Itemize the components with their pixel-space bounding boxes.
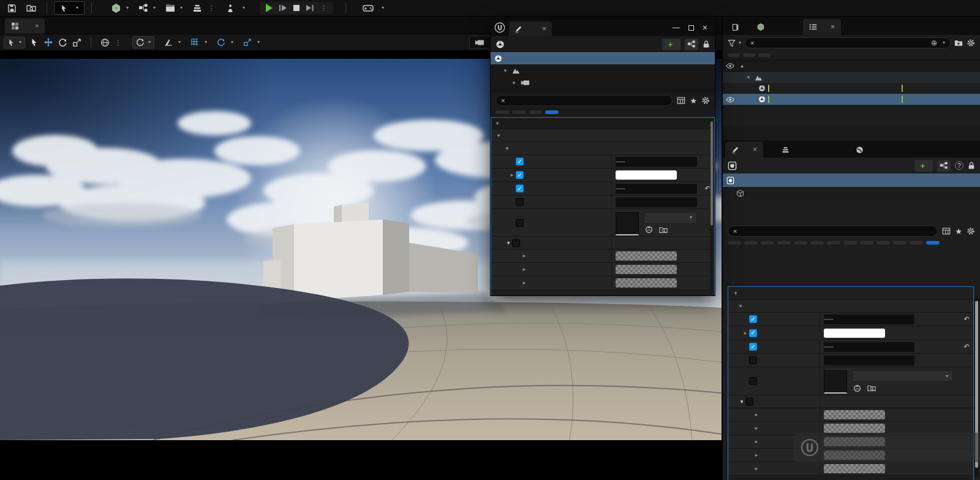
bokehsize-checkbox[interactable]: ✓ — [749, 343, 757, 351]
threshold-input[interactable] — [616, 197, 697, 207]
component-row-camera-component[interactable]: ▾ — [491, 77, 715, 89]
bokehshape-dropdown[interactable]: ▾ — [852, 370, 953, 382]
use-selected-asset-icon[interactable] — [645, 226, 653, 234]
intensity-input[interactable] — [824, 314, 914, 324]
close-icon[interactable]: × — [831, 23, 835, 31]
viewport-mode-dropdown[interactable]: ▾ — [4, 37, 25, 48]
revert-icon[interactable]: ↶ — [963, 316, 969, 322]
search-input[interactable] — [741, 227, 932, 235]
close-icon[interactable]: × — [542, 25, 546, 32]
collapse-arrow-icon[interactable]: ▾ — [737, 303, 744, 309]
platforms-dropdown[interactable]: ▾ — [359, 2, 388, 14]
expand-arrow-icon[interactable]: ▸ — [521, 253, 528, 259]
actor-snap-dropdown[interactable]: ▾ — [164, 38, 181, 47]
expand-arrow-icon[interactable]: ▸ — [753, 452, 760, 458]
tab-details[interactable]: × — [725, 142, 763, 158]
tint-color-swatch[interactable] — [616, 265, 677, 274]
collapse-arrow-icon[interactable]: ▾ — [495, 133, 502, 139]
category-tab-all[interactable] — [545, 110, 559, 114]
cinematics-button[interactable]: ▾ — [162, 1, 186, 15]
category-tab-film[interactable] — [777, 241, 791, 245]
tint-color-swatch[interactable] — [824, 464, 885, 473]
minimize-button[interactable]: — — [673, 24, 680, 31]
category-tab-general[interactable] — [496, 110, 509, 114]
collapse-arrow-icon[interactable]: ▾ — [738, 399, 745, 405]
clear-search-icon[interactable]: × — [733, 228, 737, 235]
off-world-live-dropdown[interactable]: ▾ — [222, 2, 249, 15]
category-tab-all[interactable] — [926, 241, 940, 245]
category-tab-streaming[interactable] — [529, 110, 542, 114]
rotate-tool-icon[interactable] — [58, 38, 67, 47]
tab-outliner[interactable]: × — [803, 19, 841, 35]
expand-arrow-icon[interactable]: ▾ — [502, 68, 509, 74]
close-icon[interactable]: × — [753, 146, 757, 153]
play-button[interactable] — [266, 4, 273, 12]
bokehshape-checkbox[interactable] — [749, 377, 757, 385]
collapse-arrow-icon[interactable]: ▾ — [745, 75, 752, 80]
add-actor-button[interactable]: ▾ — [107, 1, 132, 15]
filter-chip-cine-camera-actor[interactable] — [728, 53, 740, 57]
blueprint-edit-button[interactable] — [685, 39, 698, 50]
settings-gear-icon[interactable] — [701, 96, 710, 105]
details-window-titlebar[interactable]: × — × — [491, 19, 715, 36]
tint-color-swatch[interactable] — [824, 424, 885, 433]
revert-icon[interactable]: ↶ — [963, 343, 969, 350]
tint-color-swatch[interactable] — [616, 251, 677, 261]
outliner-filter-button[interactable]: ▾ — [728, 39, 741, 47]
transform-options-icon[interactable]: ⋮ — [115, 39, 121, 46]
details-search-field[interactable]: × — [496, 95, 673, 106]
section-post-process-settings[interactable]: ▾ — [491, 118, 714, 129]
visibility-eye-icon[interactable] — [726, 63, 734, 69]
expand-arrow-icon[interactable]: ▾ — [510, 80, 518, 86]
component-row-actor-instance[interactable] — [491, 52, 715, 64]
collapse-arrow-icon[interactable]: ▾ — [503, 146, 511, 151]
category-tab-rendering[interactable] — [893, 241, 907, 245]
tints-checkbox[interactable] — [745, 398, 753, 406]
search-input[interactable] — [508, 97, 667, 104]
expand-arrow-icon[interactable]: ▸ — [521, 280, 528, 286]
help-icon[interactable]: ? — [955, 161, 963, 170]
tint-color-swatch[interactable] — [824, 410, 885, 419]
clear-search-icon[interactable]: × — [750, 40, 754, 47]
section-lens[interactable]: ▾ — [728, 287, 973, 300]
category-tab-color-grading[interactable] — [761, 241, 774, 245]
category-tab-actor[interactable] — [744, 241, 758, 245]
details-scrollbar[interactable] — [710, 119, 714, 294]
outliner-row-camera-actor-2[interactable] — [723, 94, 980, 105]
filter-chip-owl-cine-camera[interactable] — [758, 53, 771, 57]
tint-color-swatch[interactable] — [824, 329, 885, 338]
scale-tool-icon[interactable] — [72, 38, 81, 47]
save-icon[interactable] — [4, 2, 20, 15]
category-tab-streaming[interactable] — [910, 241, 923, 245]
bokehshape-thumbnail[interactable] — [616, 212, 639, 235]
component-row-ppv-instance[interactable] — [723, 173, 980, 187]
tint-checkbox[interactable]: ✓ — [516, 171, 524, 179]
close-icon[interactable]: × — [35, 23, 39, 29]
maximize-button[interactable] — [688, 25, 694, 31]
category-tab-misc[interactable] — [843, 241, 857, 245]
intensity-input[interactable] — [616, 157, 697, 167]
rotation-snap-dropdown[interactable]: ▾ — [217, 38, 233, 47]
filter-chip-owl-360-camera[interactable] — [743, 53, 755, 57]
add-component-button[interactable]: + — [914, 160, 933, 172]
surface-snapping-dropdown[interactable]: ▾ — [132, 36, 154, 48]
collapse-arrow-icon[interactable]: ▾ — [494, 121, 501, 126]
create-folder-icon[interactable] — [954, 39, 963, 47]
tab-viewport-1[interactable]: × — [5, 18, 45, 34]
blueprints-button[interactable]: ▾ — [135, 1, 159, 15]
grid-snap-dropdown[interactable]: ▾ — [190, 38, 207, 47]
tab-world-settings[interactable] — [850, 142, 873, 158]
select-tool-icon[interactable] — [30, 38, 39, 47]
category-tab-misc[interactable] — [512, 110, 526, 114]
bokehsize-input[interactable] — [616, 184, 697, 194]
expand-arrow-icon[interactable]: ▸ — [753, 412, 760, 417]
close-window-button[interactable]: × — [703, 23, 707, 32]
lock-icon[interactable] — [703, 40, 710, 48]
outliner-row-camera-actor-1[interactable] — [723, 83, 980, 94]
intensity-checkbox[interactable]: ✓ — [516, 158, 524, 166]
tab-levels[interactable] — [775, 142, 799, 158]
category-tab-global-illumination[interactable] — [794, 241, 807, 245]
use-selected-asset-icon[interactable] — [853, 384, 861, 392]
tints-checkbox[interactable] — [512, 239, 520, 247]
step-frame-button[interactable] — [279, 4, 287, 12]
